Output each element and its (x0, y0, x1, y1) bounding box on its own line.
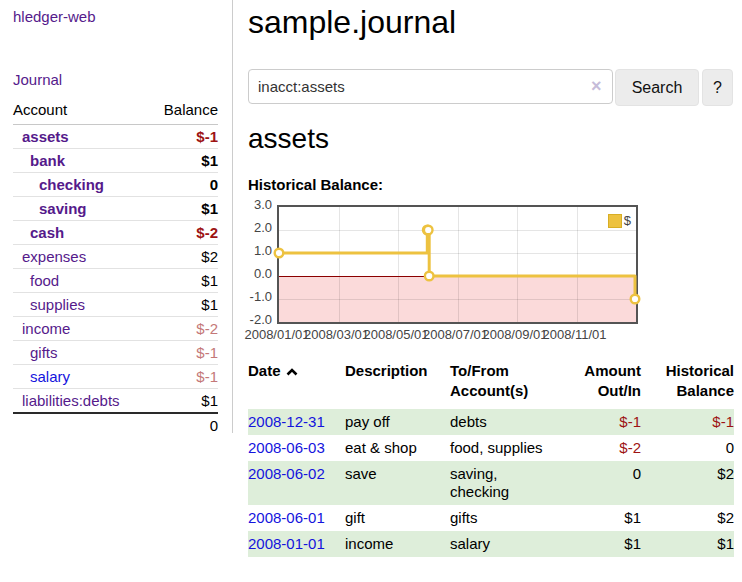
account-row: salary$-1 (13, 365, 218, 389)
transaction-accounts: debts (450, 409, 577, 435)
accounts-table-body: assets$-1bank$1checking0saving$1cash$-2e… (13, 125, 218, 414)
data-point-marker (424, 226, 433, 235)
sidebar-account-link-saving[interactable]: saving (39, 200, 87, 217)
x-tick-label: 2008/11/01 (535, 327, 615, 343)
transaction-amount: $-1 (577, 409, 641, 435)
account-balance: $-2 (149, 221, 218, 245)
transaction-amount: $1 (577, 531, 641, 557)
transaction-description: pay off (345, 409, 450, 435)
help-button[interactable]: ? (702, 69, 733, 106)
transaction-description: income (345, 531, 450, 557)
sidebar-account-link-liabilities-debts[interactable]: liabilities:debts (22, 392, 120, 409)
transaction-balance: $-1 (641, 409, 734, 435)
transaction-date-link[interactable]: 2008-06-02 (248, 465, 325, 482)
column-header-description[interactable]: Description (345, 361, 450, 409)
register-header-row: Date Description To/From Account(s) Amou… (248, 361, 734, 409)
sidebar-account-link-income[interactable]: income (22, 320, 70, 337)
column-header-date[interactable]: Date (248, 361, 345, 409)
account-balance: $-1 (149, 125, 218, 149)
register-table: Date Description To/From Account(s) Amou… (248, 361, 734, 557)
sidebar-account-link-supplies[interactable]: supplies (30, 296, 85, 313)
account-row: bank$1 (13, 149, 218, 173)
account-balance: 0 (149, 173, 218, 197)
account-balance: $-1 (149, 341, 218, 365)
transaction-date-link[interactable]: 2008-06-01 (248, 509, 325, 526)
account-balance: $-1 (149, 365, 218, 389)
accounts-table-header: Account Balance (13, 101, 218, 125)
y-tick-label: -1.0 (242, 289, 272, 305)
register-table-body: 2008-12-31pay offdebts$-1$-12008-06-03ea… (248, 409, 734, 557)
transaction-date-link[interactable]: 2008-12-31 (248, 413, 325, 430)
account-balance: $-2 (149, 317, 218, 341)
account-balance: $1 (149, 197, 218, 221)
balance-chart: $ (277, 205, 638, 324)
y-tick-label: 1.0 (242, 243, 272, 259)
balance-column-header: Balance (149, 101, 218, 125)
register-row: 2008-12-31pay offdebts$-1$-1 (248, 409, 734, 435)
y-tick-label: 0.0 (242, 266, 272, 282)
data-point-marker (275, 249, 284, 258)
sidebar-account-link-gifts[interactable]: gifts (30, 344, 58, 361)
transaction-balance: $1 (641, 531, 734, 557)
account-row: cash$-2 (13, 221, 218, 245)
y-tick-label: -2.0 (242, 312, 272, 328)
account-heading: assets (248, 120, 329, 158)
account-row: liabilities:debts$1 (13, 389, 218, 414)
transaction-balance: $2 (641, 461, 734, 505)
app-brand-link[interactable]: hledger-web (13, 8, 96, 25)
register-row: 2008-06-01giftgifts$1$2 (248, 505, 734, 531)
register-row: 2008-06-03eat & shopfood, supplies$-20 (248, 435, 734, 461)
sidebar-account-link-assets[interactable]: assets (22, 128, 69, 145)
account-row: gifts$-1 (13, 341, 218, 365)
y-tick-label: 3.0 (242, 197, 272, 213)
transaction-amount: $1 (577, 505, 641, 531)
sidebar: hledger-web Journal Account Balance asse… (0, 0, 233, 433)
account-row: checking0 (13, 173, 218, 197)
account-row: supplies$1 (13, 293, 218, 317)
sidebar-account-link-bank[interactable]: bank (30, 152, 65, 169)
account-balance: $1 (149, 389, 218, 414)
transaction-balance: 0 (641, 435, 734, 461)
sidebar-account-link-cash[interactable]: cash (30, 224, 64, 241)
transaction-description: eat & shop (345, 435, 450, 461)
transaction-amount: $-2 (577, 435, 641, 461)
sidebar-account-link-checking[interactable]: checking (39, 176, 104, 193)
main-content: sample.journal × Search ? assets Histori… (248, 0, 742, 582)
sidebar-account-link-food[interactable]: food (30, 272, 59, 289)
sidebar-item-journal[interactable]: Journal (13, 71, 62, 88)
transaction-date-link[interactable]: 2008-06-03 (248, 439, 325, 456)
account-row: expenses$2 (13, 245, 218, 269)
sidebar-account-link-salary[interactable]: salary (30, 368, 70, 385)
transaction-accounts: saving, checking (450, 461, 577, 505)
clear-search-icon[interactable]: × (591, 76, 602, 96)
account-row: saving$1 (13, 197, 218, 221)
sort-ascending-icon (286, 361, 298, 381)
accounts-total-row: 0 (13, 413, 218, 437)
column-header-balance[interactable]: Historical Balance (641, 361, 734, 409)
account-column-header: Account (13, 101, 149, 125)
chart-series-line (279, 207, 636, 322)
search-button[interactable]: Search (615, 69, 699, 106)
register-row: 2008-06-02savesaving, checking0$2 (248, 461, 734, 505)
historical-balance-label: Historical Balance: (248, 176, 383, 193)
sidebar-account-link-expenses[interactable]: expenses (22, 248, 86, 265)
account-balance: $1 (149, 149, 218, 173)
column-header-accounts[interactable]: To/From Account(s) (450, 361, 577, 409)
transaction-accounts: food, supplies (450, 435, 577, 461)
register-row: 2008-01-01incomesalary$1$1 (248, 531, 734, 557)
legend-swatch-icon (608, 214, 622, 228)
accounts-table: Account Balance assets$-1bank$1checking0… (13, 101, 218, 437)
transaction-description: gift (345, 505, 450, 531)
accounts-total-value: 0 (149, 413, 218, 437)
account-row: food$1 (13, 269, 218, 293)
transaction-accounts: gifts (450, 505, 577, 531)
column-header-amount[interactable]: Amount Out/In (577, 361, 641, 409)
search-input[interactable] (248, 69, 613, 104)
account-row: assets$-1 (13, 125, 218, 149)
data-point-marker (425, 272, 434, 281)
page-title: sample.journal (248, 0, 456, 44)
chart-legend: $ (608, 213, 631, 228)
transaction-date-link[interactable]: 2008-01-01 (248, 535, 325, 552)
account-balance: $1 (149, 269, 218, 293)
transaction-amount: 0 (577, 461, 641, 505)
